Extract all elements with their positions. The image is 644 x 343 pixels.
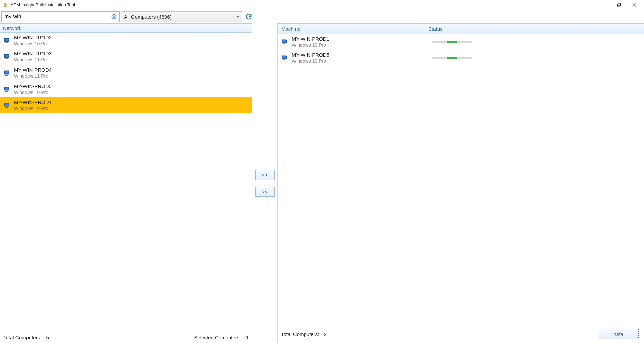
toolbar: All Computers (4896) ▾ [0,10,644,23]
svg-rect-4 [618,3,621,6]
svg-rect-36 [283,59,285,60]
computer-icon [281,54,288,62]
clear-search-button[interactable] [110,13,118,21]
svg-rect-21 [5,75,8,75]
total-computers-label: Total Computers: [3,335,41,340]
total-computers-value: 5 [46,335,49,340]
source-machine-row[interactable]: MY-WIN-PROD2Windows 10 Pro [0,33,252,49]
svg-rect-31 [283,40,286,43]
window-title: APM Insight Bulk Installation Tool [11,2,75,7]
target-machine-row[interactable]: MY-WIN-PROD5Windows 10 Pro [278,50,644,66]
machine-os: Windows 10 Pro [292,58,429,64]
source-machine-list[interactable]: MY-WIN-PROD2Windows 10 ProMY-WIN-PROD3Wi… [0,33,252,332]
svg-rect-24 [6,91,8,91]
svg-rect-33 [283,44,286,44]
machine-text: MY-WIN-PROD1Windows 10 Pro [292,36,429,48]
svg-rect-32 [283,43,285,44]
window-controls [596,0,642,10]
computer-icon [281,38,288,46]
machine-text: MY-WIN-PROD5Windows 10 Pro [14,83,52,95]
svg-rect-28 [6,107,8,107]
refresh-button[interactable] [243,11,254,22]
machine-name: MY-WIN-PROD2 [14,35,52,41]
target-table-header: Machine Status [278,23,644,34]
source-machine-row[interactable]: MY-WIN-PROD3Windows 11 Pro [0,49,252,65]
machine-os: Windows 11 Pro [14,57,52,63]
group-header: Network [0,23,252,33]
machine-name: MY-WIN-PROD5 [14,83,52,90]
machine-os: Windows 10 Pro [292,42,429,48]
main-content: Network MY-WIN-PROD2Windows 10 ProMY-WIN… [0,23,644,343]
computer-icon [3,69,11,77]
svg-rect-27 [5,104,9,106]
svg-rect-1 [4,6,7,7]
target-total-label: Total Computers: [281,331,319,337]
source-machine-row[interactable]: MY-WIN-PROD4Windows 11 Pro [0,65,252,81]
svg-rect-3 [618,4,620,6]
filter-dropdown[interactable]: All Computers (4896) ▾ [121,11,242,22]
machine-os: Windows 10 Pro [14,90,52,96]
col-machine: Machine [278,24,425,34]
target-panel: Machine Status MY-WIN-PROD1Windows 10 Pr… [278,23,644,343]
computer-icon [3,53,11,60]
target-total-value: 2 [324,331,327,337]
titlebar: APM Insight Bulk Installation Tool [0,0,644,10]
machine-name: MY-WIN-PROD1 [292,36,429,42]
source-machine-row[interactable]: MY-WIN-PROD5Windows 10 Pro [0,81,252,97]
svg-rect-23 [5,87,9,90]
computer-icon [3,102,11,109]
target-footer: Total Computers: 2 Install [278,326,644,343]
svg-rect-13 [5,43,8,43]
selected-computers-value: 1 [246,335,249,340]
search-field-wrap [1,11,120,22]
source-footer: Total Computers: 5 Selected Computers: 1 [0,332,252,343]
machine-os: Windows 10 Pro [14,106,52,112]
target-machine-list[interactable]: MY-WIN-PROD1Windows 10 ProMY-WIN-PROD5Wi… [278,34,644,326]
svg-rect-16 [6,58,8,59]
minimize-button[interactable] [596,0,611,10]
svg-rect-20 [6,75,8,75]
search-input[interactable] [2,12,110,21]
maximize-button[interactable] [611,0,627,10]
target-machine-row[interactable]: MY-WIN-PROD1Windows 10 Pro [278,34,644,50]
machine-os: Windows 10 Pro [14,41,52,47]
install-button[interactable]: Install [599,329,639,339]
svg-point-0 [4,3,7,6]
svg-rect-29 [5,107,8,108]
machine-text: MY-WIN-PROD4Windows 11 Pro [14,67,52,79]
source-machine-row[interactable]: MY-WIN-PROD1Windows 10 Pro [0,97,252,113]
machine-text: MY-WIN-PROD3Windows 11 Pro [14,51,52,63]
svg-rect-11 [5,39,9,41]
svg-rect-35 [283,56,286,59]
transfer-controls: >> << [252,23,278,343]
machine-text: MY-WIN-PROD2Windows 10 Pro [14,35,52,47]
chevron-down-icon: ▾ [237,15,239,19]
status-progress [432,41,472,43]
filter-label: All Computers (4896) [124,14,172,20]
svg-rect-17 [5,59,8,59]
col-status: Status [425,24,644,34]
computer-icon [3,86,11,93]
machine-name: MY-WIN-PROD1 [14,99,52,106]
svg-rect-12 [6,42,8,43]
status-progress [432,57,472,59]
selected-computers-label: Selected Computers: [194,335,241,340]
machine-text: MY-WIN-PROD1Windows 10 Pro [14,99,52,111]
svg-rect-37 [283,60,286,60]
svg-rect-19 [5,71,9,74]
close-button[interactable] [627,0,642,10]
app-icon [2,2,9,8]
machine-name: MY-WIN-PROD5 [292,52,429,58]
machine-name: MY-WIN-PROD3 [14,51,52,57]
source-panel: Network MY-WIN-PROD2Windows 10 ProMY-WIN… [0,23,252,343]
svg-rect-25 [5,91,8,91]
add-button[interactable]: >> [255,170,275,180]
computer-icon [3,37,11,44]
remove-button[interactable]: << [255,187,275,197]
machine-os: Windows 11 Pro [14,73,52,79]
machine-text: MY-WIN-PROD5Windows 10 Pro [292,52,429,64]
svg-rect-15 [5,55,9,57]
machine-name: MY-WIN-PROD4 [14,67,52,74]
